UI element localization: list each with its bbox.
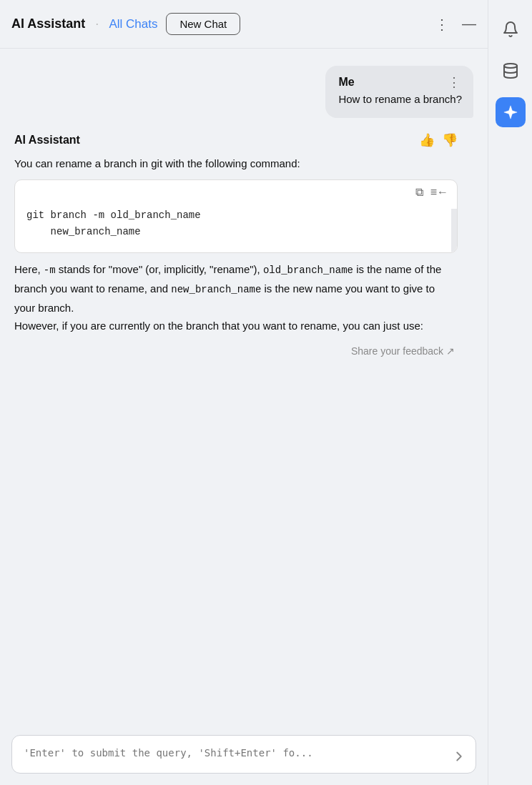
- share-feedback[interactable]: Share your feedback ↗: [14, 345, 458, 357]
- code-block: ⧉ ≡← git branch -m old_branch_name new_b…: [14, 179, 458, 254]
- chat-area: Me ⋮ How to rename a branch? AI Assistan…: [0, 49, 488, 726]
- user-bubble-header: Me ⋮: [338, 76, 462, 89]
- ai-assistant-button[interactable]: [496, 97, 526, 127]
- ai-intro-text: You can rename a branch in git with the …: [14, 155, 458, 172]
- code-inline-new: new_branch_name: [171, 284, 261, 295]
- input-area: [0, 726, 488, 785]
- ai-explanation: Here, -m stands for "move" (or, implicit…: [14, 260, 458, 335]
- send-button[interactable]: [451, 749, 467, 764]
- code-block-toolbar: ⧉ ≡←: [15, 180, 457, 202]
- code-inline-old: old_branch_name: [263, 265, 353, 276]
- user-message-wrap: Me ⋮ How to rename a branch?: [14, 66, 473, 118]
- app-title: AI Assistant: [11, 16, 85, 31]
- code-inline-m: -m: [44, 265, 56, 276]
- more-options-icon[interactable]: ⋮: [435, 16, 450, 33]
- minimize-icon[interactable]: —: [462, 16, 476, 32]
- chat-input[interactable]: [24, 746, 441, 763]
- code-scrollbar[interactable]: [451, 209, 457, 253]
- notification-button[interactable]: [496, 14, 526, 44]
- user-message-text: How to rename a branch?: [338, 92, 462, 108]
- ai-response: AI Assistant 👍 👎 You can rename a branch…: [14, 132, 458, 357]
- svg-point-0: [504, 64, 517, 68]
- input-box: [11, 735, 476, 774]
- new-chat-button[interactable]: New Chat: [166, 13, 240, 35]
- user-name: Me: [338, 76, 354, 89]
- header: AI Assistant · All Chats New Chat ⋮ —: [0, 0, 488, 49]
- right-sidebar: [488, 0, 532, 785]
- copy-icon[interactable]: ⧉: [415, 186, 423, 199]
- thumbs-down-icon[interactable]: 👎: [442, 132, 458, 148]
- all-chats-link[interactable]: All Chats: [109, 17, 157, 31]
- message-options-icon[interactable]: ⋮: [448, 76, 462, 89]
- header-divider: ·: [95, 16, 99, 31]
- ai-response-header: AI Assistant 👍 👎: [14, 132, 458, 148]
- database-button[interactable]: [496, 56, 526, 86]
- code-content: git branch -m old_branch_name new_branch…: [15, 202, 457, 253]
- feedback-icons: 👍 👎: [419, 132, 458, 148]
- user-bubble: Me ⋮ How to rename a branch?: [325, 66, 473, 118]
- format-icon[interactable]: ≡←: [430, 186, 448, 199]
- bell-icon-wrap: [496, 14, 526, 44]
- ai-name: AI Assistant: [14, 134, 80, 147]
- thumbs-up-icon[interactable]: 👍: [419, 132, 435, 148]
